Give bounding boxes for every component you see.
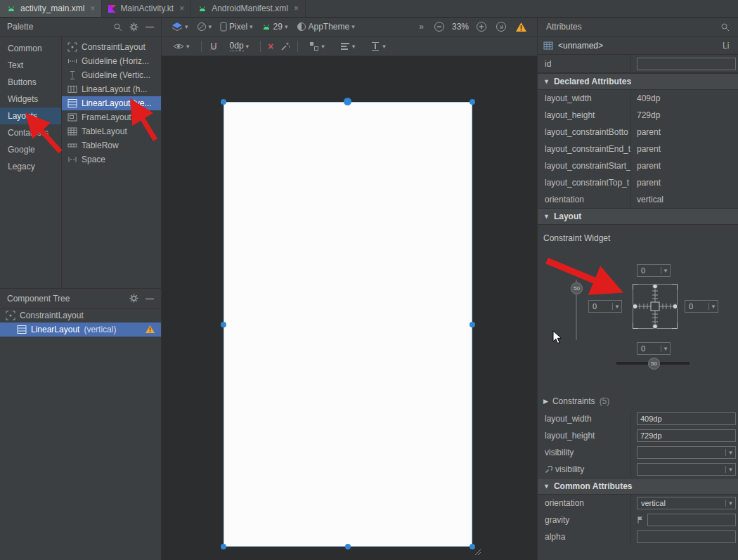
attribute-name: alpha — [538, 532, 630, 542]
palette-category-text[interactable]: Text — [0, 57, 61, 74]
toolbar-overflow-chevrons[interactable]: » — [413, 22, 429, 32]
tab-activity-main-xml[interactable]: activity_main.xml × — [0, 0, 102, 17]
palette-item-constraintlayout[interactable]: ConstraintLayout — [62, 40, 161, 54]
constraint-widget-diagram[interactable] — [633, 284, 678, 329]
design-toolbar: ▾ ▾ Pixel ▾ 29 ▾ — [162, 18, 538, 36]
design-surface[interactable]: ▾ 0dp ▾ × ▾ — [162, 37, 538, 560]
palette-item-space[interactable]: Space — [62, 152, 161, 167]
palette-category-widgets[interactable]: Widgets — [0, 91, 61, 108]
selection-handle-top-center[interactable] — [344, 98, 351, 105]
tab-mainactivity-kt[interactable]: MainActivity.kt × — [102, 0, 191, 17]
linearlayout-horizontal-icon — [67, 84, 77, 94]
margin-bottom-combo[interactable]: 0 ▾ — [637, 342, 671, 355]
view-options-button[interactable]: ▾ — [169, 37, 194, 56]
section-common-attributes[interactable]: ▼ Common Attributes — [538, 478, 738, 495]
palette-category-buttons[interactable]: Buttons — [0, 74, 61, 91]
layout-height-row: layout_height — [538, 427, 738, 444]
attribute-name: layout_height — [538, 110, 630, 120]
eye-icon — [173, 42, 184, 51]
attribute-row-constraint-start: layout_constraintStart_ parent — [538, 157, 738, 174]
palette-item-guideline-horizontal[interactable]: Guideline (Horiz... — [62, 54, 161, 68]
distribute-button[interactable]: ▾ — [366, 37, 390, 56]
margin-right-combo[interactable]: 0 ▾ — [685, 300, 718, 313]
close-tab-icon[interactable]: × — [179, 4, 184, 13]
palette-category-legacy[interactable]: Legacy — [0, 158, 61, 175]
palette-category-layouts[interactable]: Layouts — [0, 108, 61, 124]
space-icon — [67, 155, 77, 164]
attribute-value[interactable]: parent — [630, 124, 738, 141]
api-level-selector[interactable]: 29 ▾ — [257, 18, 292, 36]
palette-item-linearlayout-vertical[interactable]: LinearLayout (ve... — [62, 96, 161, 110]
attribute-value[interactable]: 729dp — [630, 107, 738, 124]
palette-item-framelayout[interactable]: FrameLayout — [62, 110, 161, 124]
minimize-panel-icon[interactable]: — — [145, 294, 154, 304]
selection-handle-bottom-center[interactable] — [345, 544, 351, 549]
infer-constraints-wand-icon[interactable] — [280, 41, 290, 51]
zoom-in-button[interactable] — [472, 18, 491, 36]
search-icon[interactable] — [720, 22, 730, 32]
autoconnect-magnet-icon[interactable] — [209, 41, 219, 51]
attribute-value[interactable]: parent — [630, 174, 738, 191]
theme-selector[interactable]: AppTheme ▾ — [292, 18, 359, 36]
section-layout[interactable]: ▼ Layout — [538, 208, 738, 225]
pack-button[interactable]: ▾ — [305, 37, 329, 56]
constraints-section-toggle[interactable]: ▶ Constraints (5) — [538, 392, 738, 410]
default-margin-selector[interactable]: 0dp ▾ — [226, 37, 254, 56]
attribute-value[interactable]: vertical — [630, 191, 738, 208]
align-button[interactable]: ▾ — [336, 37, 360, 56]
attribute-value[interactable]: parent — [630, 157, 738, 174]
zoom-out-button[interactable] — [429, 18, 449, 36]
attribute-value[interactable]: parent — [630, 141, 738, 157]
zoom-to-fit-icon — [496, 21, 507, 32]
close-tab-icon[interactable]: × — [90, 4, 95, 13]
id-input[interactable] — [637, 58, 736, 70]
attribute-value[interactable]: 409dp — [630, 90, 738, 107]
margin-left-combo[interactable]: 0 ▾ — [588, 300, 622, 313]
zoom-to-fit-button[interactable] — [491, 18, 511, 36]
gear-icon[interactable] — [129, 22, 138, 32]
minimize-panel-icon[interactable]: — — [145, 22, 154, 32]
orientation-dropdown[interactable]: vertical ▾ — [637, 497, 736, 509]
vertical-bias-knob[interactable]: 50 — [571, 282, 583, 294]
clear-constraints-icon[interactable]: × — [268, 41, 273, 52]
selection-handle-top-left[interactable] — [221, 99, 226, 105]
tree-item-constraintlayout[interactable]: ConstraintLayout — [0, 308, 161, 323]
palette-item-guideline-vertical[interactable]: Guideline (Vertic... — [62, 68, 161, 82]
close-tab-icon[interactable]: × — [294, 4, 299, 13]
orientation-button[interactable]: ▾ — [193, 18, 216, 36]
design-surface-mode-button[interactable]: ▾ — [167, 18, 193, 36]
palette-item-linearlayout-horizontal[interactable]: LinearLayout (h... — [62, 82, 161, 96]
gear-icon[interactable] — [129, 294, 138, 303]
warnings-button[interactable] — [511, 18, 531, 36]
alpha-input[interactable] — [637, 530, 736, 543]
layout-width-input[interactable] — [637, 412, 736, 425]
device-selector[interactable]: Pixel ▾ — [216, 18, 257, 36]
chevron-down-icon: ▾ — [725, 466, 735, 473]
palette-item-tablerow[interactable]: TableRow — [62, 138, 161, 152]
search-icon[interactable] — [113, 22, 122, 32]
palette-item-tablelayout[interactable]: TableLayout — [62, 124, 161, 138]
resize-corner-icon[interactable] — [474, 548, 482, 556]
palette-category-common[interactable]: Common — [0, 40, 61, 57]
layout-height-input[interactable] — [637, 429, 736, 442]
tab-androidmanifest-xml[interactable]: AndroidManifest.xml × — [191, 0, 306, 17]
tools-visibility-dropdown[interactable]: ▾ — [637, 463, 736, 476]
margin-top-combo[interactable]: 0 ▾ — [637, 264, 671, 277]
palette-category-google[interactable]: Google — [0, 141, 61, 158]
selection-handle-middle-right[interactable] — [470, 322, 475, 327]
visibility-dropdown[interactable]: ▾ — [637, 446, 736, 459]
horizontal-bias-knob[interactable]: 50 — [648, 358, 660, 370]
constraints-label: Constraints — [552, 396, 595, 406]
selection-handle-middle-left[interactable] — [221, 322, 226, 327]
design-canvas-linearlayout[interactable] — [224, 102, 472, 547]
palette-category-containers[interactable]: Containers — [0, 124, 61, 141]
selection-handle-bottom-left[interactable] — [221, 544, 226, 549]
chevron-down-icon: ▾ — [725, 500, 735, 507]
guideline-vertical-icon — [67, 70, 77, 80]
selection-handle-top-right[interactable] — [470, 99, 475, 105]
flag-icon[interactable] — [637, 516, 644, 524]
gravity-input[interactable] — [647, 514, 736, 526]
tree-item-linearlayout-vertical[interactable]: LinearLayout (vertical) — [0, 323, 161, 337]
section-declared-attributes[interactable]: ▼ Declared Attributes — [538, 73, 738, 90]
attribute-name: layout_height — [538, 431, 630, 441]
